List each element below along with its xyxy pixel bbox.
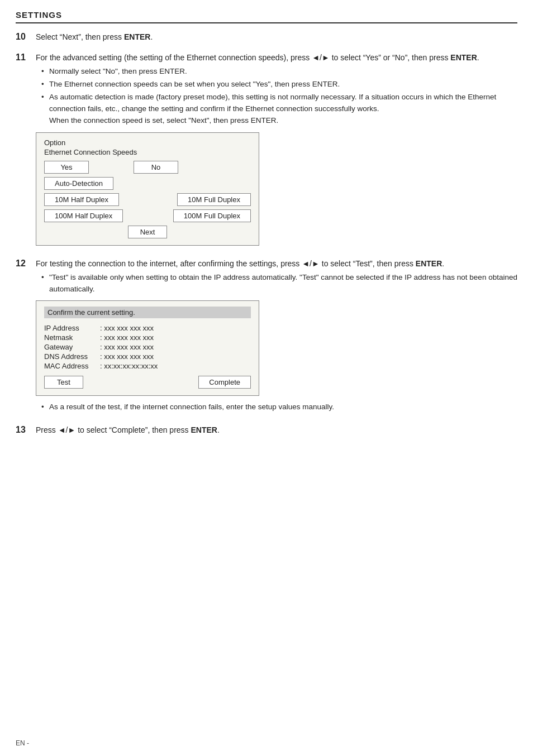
- step-13-text: Press ◄/► to select “Complete”, then pre…: [36, 424, 517, 436]
- step-12: 12 For testing the connection to the int…: [16, 258, 517, 418]
- confirm-dns-value: : xxx xxx xxx xxx: [100, 352, 154, 361]
- option-row-auto: Auto-Detection: [44, 177, 251, 190]
- step-12-number: 12: [16, 258, 36, 269]
- step-10: 10 Select “Next”, then press ENTER.: [16, 31, 517, 45]
- step-11-number: 11: [16, 52, 36, 63]
- page-title: SETTINGS: [16, 10, 517, 23]
- step-11-content: For the advanced setting (the setting of…: [36, 52, 517, 251]
- option-row-10m: 10M Half Duplex 10M Full Duplex: [44, 193, 251, 206]
- confirm-mac-label: MAC Address: [44, 362, 100, 370]
- option-next-row: Next: [44, 226, 251, 238]
- step-13-number: 13: [16, 424, 36, 435]
- confirm-gateway-value: : xxx xxx xxx xxx: [100, 343, 154, 351]
- step-11-bullet-3: As automatic detection is made (factory …: [41, 92, 517, 127]
- confirm-dns-row: DNS Address : xxx xxx xxx xxx: [44, 352, 251, 361]
- option-100m-half-button[interactable]: 100M Half Duplex: [44, 209, 123, 222]
- option-10m-half-button[interactable]: 10M Half Duplex: [44, 193, 119, 206]
- confirm-gateway-row: Gateway : xxx xxx xxx xxx: [44, 343, 251, 351]
- step-11-bullet-2: The Ethernet connection speeds can be se…: [41, 79, 517, 90]
- option-row-100m: 100M Half Duplex 100M Full Duplex: [44, 209, 251, 222]
- step-11-bullets: Normally select "No", then press ENTER. …: [36, 66, 517, 127]
- step-10-number: 10: [16, 31, 36, 42]
- confirm-actions: Test Complete: [44, 376, 251, 389]
- option-box-title: Option: [44, 138, 251, 147]
- step-12-bullets: "Test" is available only when setting to…: [36, 272, 517, 295]
- option-next-button[interactable]: Next: [128, 226, 167, 238]
- option-no-button[interactable]: No: [134, 161, 178, 174]
- step-10-content: Select “Next”, then press ENTER.: [36, 31, 517, 45]
- test-button[interactable]: Test: [44, 376, 83, 389]
- step-11-intro: For the advanced setting (the setting of…: [36, 52, 517, 64]
- confirm-box-title: Confirm the current setting.: [44, 307, 251, 318]
- option-auto-button[interactable]: Auto-Detection: [44, 177, 113, 190]
- confirm-netmask-label: Netmask: [44, 333, 100, 342]
- confirm-table: IP Address : xxx xxx xxx xxx Netmask : x…: [44, 324, 251, 370]
- confirm-mac-row: MAC Address : xx:xx:xx:xx:xx:xx: [44, 362, 251, 370]
- confirm-netmask-row: Netmask : xxx xxx xxx xxx: [44, 333, 251, 342]
- step-12-footer-bullets: As a result of the test, if the internet…: [36, 401, 517, 413]
- confirm-dns-label: DNS Address: [44, 352, 100, 361]
- option-box-subtitle: Ethernet Connection Speeds: [44, 148, 251, 156]
- confirm-ip-label: IP Address: [44, 324, 100, 332]
- step-11-bullet-1: Normally select "No", then press ENTER.: [41, 66, 517, 78]
- complete-button[interactable]: Complete: [198, 376, 251, 389]
- confirm-gateway-label: Gateway: [44, 343, 100, 351]
- step-12-intro: For testing the connection to the intern…: [36, 258, 517, 270]
- option-10m-full-button[interactable]: 10M Full Duplex: [177, 193, 251, 206]
- confirm-ip-row: IP Address : xxx xxx xxx xxx: [44, 324, 251, 332]
- option-yes-button[interactable]: Yes: [44, 161, 89, 174]
- confirm-ip-value: : xxx xxx xxx xxx: [100, 324, 154, 332]
- step-11: 11 For the advanced setting (the setting…: [16, 52, 517, 251]
- step-13: 13 Press ◄/► to select “Complete”, then …: [16, 424, 517, 438]
- step-10-text: Select “Next”, then press ENTER.: [36, 31, 517, 43]
- confirm-netmask-value: : xxx xxx xxx xxx: [100, 333, 154, 342]
- option-box: Option Ethernet Connection Speeds Yes No…: [36, 132, 259, 246]
- page-footer: EN -: [16, 739, 29, 747]
- step-13-content: Press ◄/► to select “Complete”, then pre…: [36, 424, 517, 438]
- confirm-box: Confirm the current setting. IP Address …: [36, 300, 259, 396]
- option-100m-full-button[interactable]: 100M Full Duplex: [173, 209, 251, 222]
- confirm-mac-value: : xx:xx:xx:xx:xx:xx: [100, 362, 158, 370]
- step-12-bullet-1: "Test" is available only when setting to…: [41, 272, 517, 295]
- step-12-footer-bullet: As a result of the test, if the internet…: [41, 401, 517, 413]
- step-12-content: For testing the connection to the intern…: [36, 258, 517, 418]
- option-row-yes-no: Yes No: [44, 161, 251, 174]
